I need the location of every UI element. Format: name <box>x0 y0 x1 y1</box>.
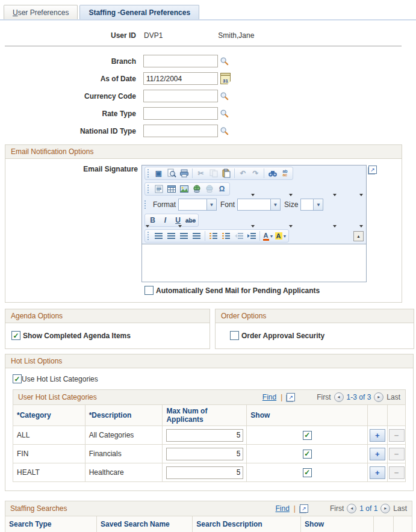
toolbar-chevron-icon[interactable] <box>289 225 293 227</box>
find-link[interactable]: Find <box>262 393 276 401</box>
use-hot-list-categories-checkbox[interactable] <box>13 374 22 383</box>
rate-type-lookup-icon[interactable] <box>220 109 229 118</box>
toolbar-drag-handle[interactable] <box>147 169 150 178</box>
calendar-icon[interactable]: 31 <box>220 73 231 84</box>
next-page-icon[interactable]: ▸ <box>374 392 383 402</box>
tab-user-preferences[interactable]: User Preferences <box>4 5 78 19</box>
order-approval-security-label: Order Approval Security <box>241 332 324 340</box>
print-icon[interactable] <box>178 168 190 179</box>
remove-link-icon[interactable] <box>203 184 215 194</box>
toolbar-drag-handle[interactable] <box>144 200 147 209</box>
toolbar-chevron-icon[interactable] <box>359 194 363 196</box>
add-row-button[interactable]: + <box>370 429 385 442</box>
chevron-down-icon: ▼ <box>270 199 280 210</box>
hot-list-options-section: Hot List Options Use Hot List Categories… <box>5 354 414 491</box>
remove-row-button[interactable]: − <box>389 429 405 442</box>
font-dropdown[interactable]: ▼ <box>237 199 281 211</box>
cut-icon[interactable]: ✂ <box>195 168 206 179</box>
indent-icon[interactable] <box>246 230 257 241</box>
remove-row-button[interactable]: − <box>389 448 405 460</box>
preview-icon[interactable] <box>166 168 177 179</box>
toolbar-chevron-icon[interactable] <box>178 225 182 227</box>
as-of-date-label: As of Date <box>0 75 140 83</box>
align-center-icon[interactable] <box>166 230 177 241</box>
find-icon[interactable] <box>267 168 278 179</box>
category-cell: ALL <box>13 426 85 445</box>
staffing-searches-grid: Staffing Searches Find | First ◂ 1 of 1 … <box>5 501 412 532</box>
currency-code-label: Currency Code <box>0 92 140 101</box>
toolbar-chevron-icon[interactable] <box>359 225 363 227</box>
national-id-lookup-icon[interactable] <box>220 126 229 135</box>
user-id-label: User ID <box>0 31 140 40</box>
justify-icon[interactable] <box>191 230 202 241</box>
find-link[interactable]: Find <box>275 504 289 513</box>
remove-row-button[interactable]: − <box>389 466 405 479</box>
numbered-list-icon[interactable] <box>208 230 219 241</box>
max-num-input[interactable] <box>166 466 243 479</box>
rate-type-input[interactable] <box>143 107 218 120</box>
branch-label: Branch <box>0 57 140 66</box>
redo-icon[interactable]: ↷ <box>250 168 261 179</box>
toolbar-chevron-icon[interactable] <box>251 194 255 196</box>
toolbar-drag-handle[interactable] <box>147 232 150 240</box>
toolbar-chevron-icon[interactable] <box>333 225 337 227</box>
currency-code-input[interactable] <box>143 90 218 102</box>
expand-editor-icon[interactable] <box>368 165 377 174</box>
size-dropdown[interactable]: ▼ <box>300 199 323 211</box>
special-character-icon[interactable]: Ω <box>216 184 228 194</box>
show-completed-agenda-checkbox[interactable] <box>11 331 20 340</box>
toolbar-chevron-icon[interactable] <box>146 225 149 227</box>
toolbar-chevron-icon[interactable] <box>251 225 255 227</box>
toolbar-chevron-icon[interactable] <box>333 194 337 196</box>
horizontal-rule-icon[interactable] <box>153 184 164 194</box>
auto-send-label: Automatically Send Mail for Pending Appl… <box>156 286 320 295</box>
add-row-button[interactable]: + <box>370 448 385 460</box>
outdent-icon[interactable] <box>233 230 244 241</box>
align-left-icon[interactable] <box>153 230 164 241</box>
expand-grid-icon[interactable] <box>287 393 295 401</box>
next-page-icon[interactable]: ▸ <box>380 504 390 513</box>
strikethrough-icon[interactable]: abe <box>185 215 196 226</box>
use-hot-list-categories-label: Use Hot List Categories <box>22 375 98 383</box>
undo-icon[interactable]: ↶ <box>237 168 249 179</box>
tab-staffing-general-preferences[interactable]: Staffing -General Preferences <box>79 5 199 19</box>
previous-page-icon[interactable]: ◂ <box>347 504 356 513</box>
insert-image-icon[interactable] <box>178 184 190 194</box>
show-checkbox[interactable] <box>303 468 312 477</box>
editor-toolbar-row-3: Format ▼ Font ▼ Size ▼ <box>142 197 366 212</box>
align-right-icon[interactable] <box>178 230 190 241</box>
max-num-input[interactable] <box>166 429 243 442</box>
max-num-input[interactable] <box>166 448 243 460</box>
toolbar-chevron-icon[interactable] <box>289 194 293 196</box>
italic-icon[interactable]: I <box>160 215 171 226</box>
toolbar-collapse-icon[interactable]: ▲ <box>353 231 364 241</box>
bullet-list-icon[interactable] <box>220 230 232 241</box>
show-checkbox[interactable] <box>303 431 312 440</box>
toolbar-drag-handle[interactable] <box>147 185 150 193</box>
bold-icon[interactable]: B <box>147 215 158 226</box>
previous-page-icon[interactable]: ◂ <box>334 392 344 402</box>
add-row-button[interactable]: + <box>370 466 385 479</box>
branch-input[interactable] <box>143 55 218 67</box>
format-dropdown[interactable]: ▼ <box>178 199 217 211</box>
insert-table-icon[interactable] <box>166 184 177 194</box>
replace-icon[interactable]: abac <box>279 168 291 179</box>
paste-icon[interactable] <box>220 168 232 179</box>
currency-lookup-icon[interactable] <box>220 91 229 101</box>
copy-icon[interactable] <box>208 168 219 179</box>
insert-link-icon[interactable] <box>191 184 202 194</box>
order-approval-security-checkbox[interactable] <box>230 331 239 340</box>
table-row: ALL All Categories + − <box>13 426 406 445</box>
highlight-color-icon[interactable]: A▼ <box>275 230 287 241</box>
branch-lookup-icon[interactable] <box>220 57 229 66</box>
select-all-icon[interactable]: ▣ <box>153 168 164 179</box>
as-of-date-input[interactable] <box>143 72 218 85</box>
font-color-icon[interactable]: A▼ <box>262 230 274 241</box>
underline-icon[interactable]: U <box>172 215 184 226</box>
email-signature-editor-area[interactable] <box>142 244 366 282</box>
col-show: Show <box>247 405 368 426</box>
expand-grid-icon[interactable] <box>300 504 308 513</box>
show-checkbox[interactable] <box>303 450 312 459</box>
national-id-type-input[interactable] <box>143 125 218 137</box>
auto-send-checkbox[interactable] <box>144 286 154 295</box>
